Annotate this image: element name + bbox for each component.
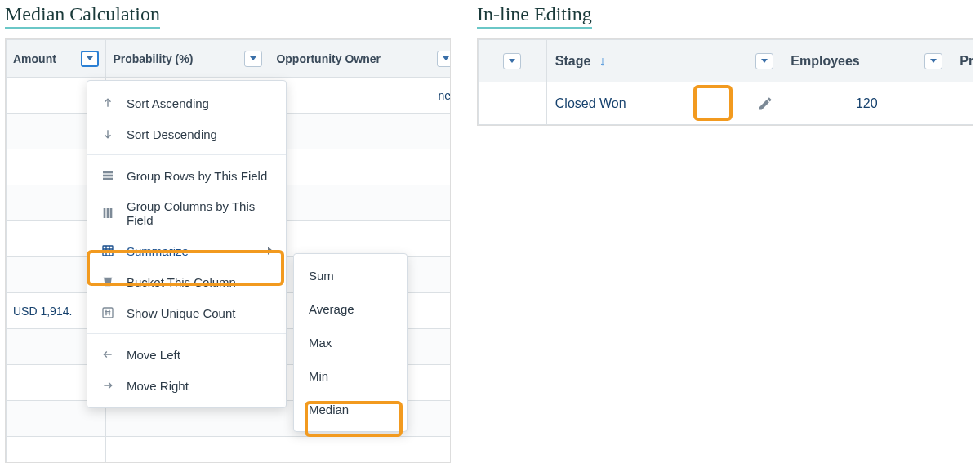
cell-probability[interactable] xyxy=(951,82,973,125)
svg-rect-2 xyxy=(103,178,113,180)
col-header-owner[interactable]: Opportunity Owner xyxy=(270,40,451,78)
chevron-right-icon xyxy=(268,247,273,255)
menu-group-columns[interactable]: Group Columns by This Field xyxy=(87,191,286,235)
menu-sort-descending[interactable]: Sort Descending xyxy=(87,118,286,149)
arrow-left-icon xyxy=(100,347,115,362)
svg-rect-5 xyxy=(110,208,113,218)
pencil-icon[interactable] xyxy=(757,96,773,112)
bucket-icon xyxy=(100,274,115,289)
summarize-icon xyxy=(100,243,115,258)
col-dropdown-owner[interactable] xyxy=(437,51,451,67)
table-row: Closed Won 120 xyxy=(479,82,974,125)
table-row: OP xyxy=(7,437,452,464)
menu-group-columns-label: Group Columns by This Field xyxy=(127,199,273,227)
cell-owner-value: ner xyxy=(439,89,451,102)
arrow-up-icon xyxy=(100,96,115,110)
submenu-sum[interactable]: Sum xyxy=(294,259,407,292)
col-dropdown-employees[interactable] xyxy=(924,53,942,69)
cell-stage[interactable]: Closed Won xyxy=(546,82,782,125)
caret-down-icon xyxy=(87,56,93,60)
right-table: Stage ↓ Employees xyxy=(478,39,973,125)
menu-move-left[interactable]: Move Left xyxy=(87,339,286,370)
cell-owner[interactable] xyxy=(270,185,451,221)
col-header-stage-label: Stage xyxy=(555,54,591,68)
sort-descending-icon: ↓ xyxy=(599,54,606,68)
arrow-right-icon xyxy=(100,378,115,393)
col-header-probability[interactable]: Probability (%) xyxy=(106,40,270,78)
col-dropdown-probability[interactable] xyxy=(244,51,262,67)
menu-sort-ascending[interactable]: Sort Ascending xyxy=(87,87,286,118)
menu-sort-descending-label: Sort Descending xyxy=(127,127,217,141)
caret-down-icon xyxy=(930,59,937,63)
menu-unique-count[interactable]: Show Unique Count xyxy=(87,297,286,328)
left-title: Median Calculation xyxy=(5,3,160,29)
col-header-probability-right-label: Probabili xyxy=(960,54,973,69)
col-header-amount[interactable]: Amount xyxy=(7,40,106,78)
menu-bucket[interactable]: Bucket This Column xyxy=(87,266,286,297)
caret-down-icon xyxy=(250,56,256,60)
right-grid: Stage ↓ Employees xyxy=(477,38,973,126)
menu-move-right-label: Move Right xyxy=(127,379,189,393)
cell-owner[interactable] xyxy=(270,221,451,257)
col-header-select[interactable] xyxy=(479,40,547,82)
summarize-submenu: Sum Average Max Min Median xyxy=(293,253,408,432)
svg-rect-1 xyxy=(103,175,113,177)
col-header-probability-right[interactable]: Probabili xyxy=(951,40,973,82)
menu-summarize-label: Summarize xyxy=(127,244,189,258)
cell-amount[interactable] xyxy=(7,437,106,464)
cell-stage-value: Closed Won xyxy=(555,96,626,111)
column-menu: Sort Ascending Sort Descending Group Row… xyxy=(87,80,287,408)
cell-probability[interactable] xyxy=(106,437,270,464)
submenu-median[interactable]: Median xyxy=(294,393,407,426)
col-dropdown-select[interactable] xyxy=(503,53,521,69)
caret-down-icon xyxy=(509,59,515,63)
cell-employees[interactable]: 120 xyxy=(782,82,951,125)
col-header-owner-label: Opportunity Owner xyxy=(276,52,381,65)
cell-employees-value: 120 xyxy=(856,96,878,110)
caret-down-icon xyxy=(443,56,449,60)
submenu-max[interactable]: Max xyxy=(294,326,407,359)
svg-rect-6 xyxy=(103,246,113,256)
cell-owner[interactable] xyxy=(270,149,451,185)
svg-rect-7 xyxy=(103,308,113,318)
menu-sort-ascending-label: Sort Ascending xyxy=(127,96,209,110)
svg-rect-0 xyxy=(103,171,113,174)
caret-down-icon xyxy=(761,59,768,63)
hash-icon xyxy=(100,305,115,320)
col-dropdown-amount[interactable] xyxy=(81,51,99,67)
cell-amount-value: USD 1,914. xyxy=(13,305,72,318)
arrow-down-icon xyxy=(100,127,115,141)
left-grid: Amount Probability (%) Opportunity Owner xyxy=(5,38,451,463)
col-header-employees[interactable]: Employees xyxy=(782,40,951,82)
menu-move-right[interactable]: Move Right xyxy=(87,370,286,401)
cell-owner[interactable]: ner xyxy=(270,78,451,114)
col-header-stage[interactable]: Stage ↓ xyxy=(546,40,782,82)
columns-icon xyxy=(100,206,115,220)
menu-bucket-label: Bucket This Column xyxy=(127,275,236,289)
svg-rect-4 xyxy=(107,208,109,218)
menu-summarize[interactable]: Summarize xyxy=(87,235,286,266)
submenu-average[interactable]: Average xyxy=(294,292,407,326)
submenu-min[interactable]: Min xyxy=(294,359,407,393)
svg-rect-3 xyxy=(104,208,106,218)
col-header-amount-label: Amount xyxy=(13,52,56,65)
col-dropdown-stage[interactable] xyxy=(755,53,773,69)
menu-move-left-label: Move Left xyxy=(127,348,180,362)
col-header-employees-label: Employees xyxy=(791,54,859,69)
menu-separator xyxy=(87,154,286,155)
menu-group-rows-label: Group Rows by This Field xyxy=(127,169,267,183)
right-title: In-line Editing xyxy=(477,3,592,29)
cell-owner[interactable] xyxy=(270,114,451,149)
rows-icon xyxy=(100,168,115,183)
cell-owner[interactable] xyxy=(270,437,451,464)
menu-unique-count-label: Show Unique Count xyxy=(127,306,235,320)
menu-group-rows[interactable]: Group Rows by This Field xyxy=(87,160,286,191)
menu-separator xyxy=(87,333,286,334)
cell-select[interactable] xyxy=(479,82,547,125)
col-header-probability-label: Probability (%) xyxy=(113,52,193,65)
